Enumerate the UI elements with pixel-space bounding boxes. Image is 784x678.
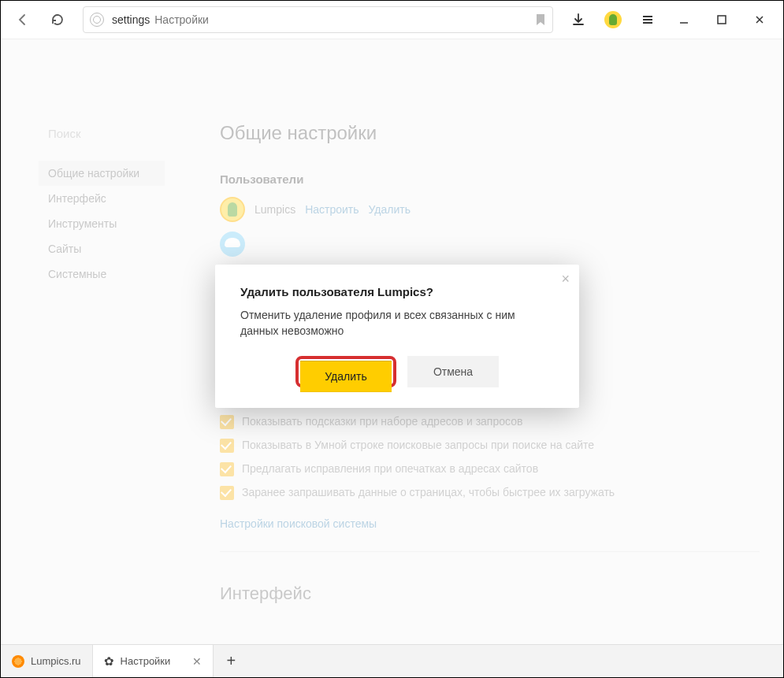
tab-settings[interactable]: ✿ Настройки ✕: [93, 645, 214, 677]
window-close[interactable]: [742, 5, 777, 35]
browser-toolbar: settings Настройки: [1, 1, 783, 39]
back-button[interactable]: [7, 5, 39, 35]
downloads-button[interactable]: [563, 5, 594, 35]
menu-button[interactable]: [632, 5, 663, 35]
bookmark-icon[interactable]: [535, 13, 546, 26]
gear-icon: ✿: [104, 654, 114, 669]
close-icon[interactable]: ×: [561, 271, 570, 287]
tab-label: Настройки: [121, 655, 171, 667]
new-tab-button[interactable]: +: [214, 645, 248, 677]
tab-lumpics[interactable]: Lumpics.ru: [1, 645, 93, 677]
window-maximize[interactable]: [704, 5, 739, 35]
dialog-title: Удалить пользователя Lumpics?: [240, 285, 554, 298]
cancel-button[interactable]: Отмена: [407, 356, 499, 387]
profile-button[interactable]: [597, 5, 629, 35]
highlight-frame: Удалить: [295, 356, 396, 387]
site-icon: [90, 13, 104, 27]
tab-close-icon[interactable]: ✕: [192, 655, 202, 668]
address-prefix: settings: [112, 13, 150, 26]
window-minimize[interactable]: [667, 5, 701, 35]
dialog-body: Отменить удаление профиля и всех связанн…: [240, 308, 554, 339]
delete-button[interactable]: Удалить: [300, 361, 392, 392]
reload-button[interactable]: [42, 5, 73, 35]
tab-label: Lumpics.ru: [31, 655, 81, 667]
tab-bar: Lumpics.ru ✿ Настройки ✕ +: [1, 644, 783, 677]
favicon-icon: [12, 655, 24, 668]
address-label: Настройки: [154, 13, 209, 26]
address-bar[interactable]: settings Настройки: [83, 6, 553, 33]
svg-rect-0: [718, 16, 726, 24]
delete-user-dialog: × Удалить пользователя Lumpics? Отменить…: [215, 265, 579, 408]
